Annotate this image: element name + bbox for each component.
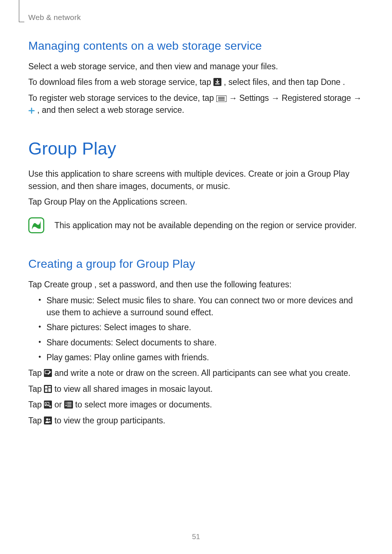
text-fragment: . <box>343 77 345 87</box>
creating-line4: Tap to view the group participants. <box>28 415 364 427</box>
svg-rect-21 <box>64 401 73 409</box>
text-fragment: , and then select a web storage service. <box>37 105 184 115</box>
text-fragment: , select files, and then tap <box>224 77 320 87</box>
pen-note-icon <box>44 369 52 377</box>
list-item: Share documents: Select documents to sha… <box>38 337 364 349</box>
term-registered-storage: Registered storage <box>282 93 351 103</box>
crop-mark <box>19 0 24 22</box>
text-fragment: Tap <box>28 400 44 409</box>
note-block: This application may not be available de… <box>28 217 364 235</box>
svg-point-32 <box>49 418 50 420</box>
svg-point-27 <box>66 403 66 404</box>
menu-icon <box>216 95 226 102</box>
list-item: Share pictures: Select images to share. <box>38 321 364 333</box>
feature-term: Share documents <box>46 338 111 347</box>
page-number: 51 <box>0 533 392 541</box>
managing-p3: To register web storage services to the … <box>28 92 364 116</box>
text-fragment: Tap <box>28 368 44 378</box>
note-icon <box>28 217 44 235</box>
feature-desc: : Play online games with friends. <box>89 353 209 362</box>
text-fragment: To register web storage services to the … <box>28 93 216 103</box>
svg-point-26 <box>66 402 66 403</box>
term-done: Done <box>321 77 340 87</box>
feature-list: Share music: Select music files to share… <box>28 295 364 364</box>
feature-desc: : Select music files to share. You can c… <box>46 296 353 317</box>
text-fragment: Tap <box>28 280 44 289</box>
term-create-group: Create group <box>44 280 92 289</box>
arrow: → <box>229 93 239 103</box>
text-fragment: to view the group participants. <box>54 416 166 425</box>
arrow: → <box>353 93 362 103</box>
list-item: Share music: Select music files to share… <box>38 295 364 319</box>
svg-rect-13 <box>48 386 51 387</box>
text-fragment: and write a note or draw on the screen. … <box>54 368 351 378</box>
text-fragment: to select more images or documents. <box>75 400 212 409</box>
add-document-icon <box>64 401 73 409</box>
text-fragment: Tap <box>28 384 44 394</box>
heading-creating-group: Creating a group for Group Play <box>28 257 364 271</box>
svg-rect-12 <box>45 386 48 389</box>
term-group-play: Group Play <box>44 197 85 206</box>
add-image-icon <box>44 401 52 409</box>
managing-p1: Select a web storage service, and then v… <box>28 61 364 73</box>
list-item: Play games: Play online games with frien… <box>38 352 364 364</box>
group-play-intro: Use this application to share screens wi… <box>28 168 364 192</box>
feature-term: Share pictures <box>46 323 99 332</box>
svg-rect-30 <box>44 416 52 424</box>
creating-line2: Tap to view all shared images in mosaic … <box>28 383 364 395</box>
svg-rect-15 <box>45 389 48 392</box>
arrow: → <box>271 93 282 103</box>
svg-rect-14 <box>48 388 51 392</box>
term-settings: Settings <box>239 93 269 103</box>
plus-icon <box>28 107 35 114</box>
managing-p2: To download files from a web storage ser… <box>28 76 364 88</box>
feature-desc: : Select documents to share. <box>111 338 217 347</box>
feature-term: Play games <box>46 353 89 362</box>
text-fragment: Tap <box>28 416 44 425</box>
text-fragment: or <box>54 400 64 409</box>
download-icon <box>213 78 221 86</box>
note-text: This application may not be available de… <box>54 217 356 231</box>
group-play-tap-line: Tap Group Play on the Applications scree… <box>28 196 364 208</box>
feature-desc: : Select images to share. <box>99 323 191 332</box>
creating-line1: Tap and write a note or draw on the scre… <box>28 367 364 379</box>
text-fragment: To download files from a web storage ser… <box>28 77 213 87</box>
mosaic-icon <box>44 385 52 393</box>
creating-p1: Tap Create group , set a password, and t… <box>28 279 364 291</box>
feature-term: Share music <box>46 296 92 305</box>
svg-rect-1 <box>215 83 220 85</box>
section-breadcrumb: Web & network <box>28 13 364 22</box>
participants-icon <box>44 416 52 424</box>
heading-managing-contents: Managing contents on a web storage servi… <box>28 39 364 53</box>
creating-line3: Tap or <box>28 399 364 411</box>
text-fragment: to view all shared images in mosaic layo… <box>54 384 213 394</box>
heading-group-play: Group Play <box>28 139 364 159</box>
page: Web & network Managing contents on a web… <box>0 0 392 554</box>
text-fragment: Tap <box>28 197 44 206</box>
svg-point-31 <box>46 418 48 420</box>
text-fragment: on the Applications screen. <box>87 197 187 206</box>
text-fragment: , set a password, and then use the follo… <box>94 280 291 289</box>
